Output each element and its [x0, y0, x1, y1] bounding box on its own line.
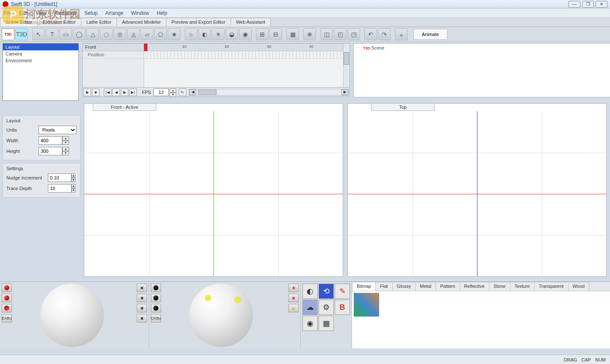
tool-ungroup[interactable]: ⊟ — [269, 28, 282, 40]
rotation-trackball[interactable] — [40, 284, 104, 347]
menu-setup[interactable]: Setup — [84, 10, 97, 16]
loop-button[interactable]: ↻ — [179, 88, 186, 96]
fps-down[interactable]: ▼ — [169, 93, 176, 97]
scroll-left[interactable]: ◀ — [189, 89, 196, 95]
tool-light-point[interactable]: ☼ — [185, 28, 197, 40]
maximize-button[interactable]: ❐ — [582, 1, 594, 8]
width-input[interactable] — [39, 136, 62, 145]
tool-cone[interactable]: △ — [86, 28, 99, 40]
rot-lock-z[interactable]: ✖ — [137, 314, 147, 323]
light-preset-1[interactable] — [151, 284, 161, 292]
viewport-front[interactable]: Front - Active — [84, 103, 343, 277]
tool-t3d[interactable]: T3D — [2, 28, 14, 40]
nudge-down[interactable]: ▼ — [72, 178, 75, 182]
menu-view[interactable]: View — [36, 10, 47, 16]
tool-plane[interactable]: ▱ — [141, 28, 153, 40]
tool-polyhedron[interactable]: ⬠ — [154, 28, 167, 40]
scene-root[interactable]: ⋯ T3D Scene — [357, 45, 608, 51]
prop-layout[interactable]: Layout — [3, 44, 78, 50]
prop-environment[interactable]: Environment — [3, 57, 78, 64]
mat-tab-pattern[interactable]: Pattern — [435, 282, 460, 291]
tab-scene-editor[interactable]: Scene Editor — [0, 18, 38, 27]
light-label-ck[interactable]: CKBu — [151, 314, 161, 323]
tool-box[interactable]: ▭ — [59, 28, 72, 40]
mat-chrome[interactable]: ◐ — [302, 284, 318, 299]
mat-swirl[interactable]: ⟲ — [319, 284, 334, 299]
tab-lathe-editor[interactable]: Lathe Editor — [81, 18, 117, 27]
tool-light-spot[interactable]: ◐ — [198, 28, 211, 40]
tool-group[interactable]: ⊞ — [256, 28, 269, 40]
timeline-hscroll[interactable]: ◀ ▶ — [189, 89, 349, 96]
scroll-right[interactable]: ▶ — [341, 89, 348, 95]
menu-arrange[interactable]: Arrange — [105, 10, 124, 16]
mat-tab-metal[interactable]: Metal — [415, 282, 436, 291]
minimize-button[interactable]: — — [568, 1, 580, 8]
trace-up[interactable]: ▲ — [72, 184, 75, 188]
tool-undo[interactable]: ↶ — [364, 28, 377, 40]
first-frame-button[interactable]: |◀ — [104, 88, 111, 96]
timeline-track-position[interactable]: Position — [83, 51, 144, 59]
play-button[interactable]: ▶ — [83, 88, 91, 96]
tool-cylinder[interactable]: ◌ — [100, 28, 113, 40]
light-handle-2[interactable] — [235, 297, 240, 302]
nudge-up[interactable]: ▲ — [72, 174, 75, 178]
light-trackball[interactable] — [189, 284, 253, 347]
mat-tab-flat[interactable]: Flat — [375, 282, 392, 291]
tool-star[interactable]: ★ — [168, 28, 180, 40]
mat-tab-transparent[interactable]: Transparent — [534, 282, 568, 291]
mat-tab-wood[interactable]: Wood — [568, 282, 590, 291]
light-preset-2[interactable] — [151, 294, 161, 302]
last-frame-button[interactable]: ▶| — [129, 88, 137, 96]
mat-ball[interactable]: ◉ — [302, 316, 318, 331]
scene-tree[interactable]: ⋯ T3D Scene — [353, 43, 610, 97]
tab-web-assistant[interactable]: Web Assistant — [230, 18, 271, 27]
nudge-input[interactable] — [48, 174, 72, 182]
height-input[interactable] — [39, 147, 62, 155]
timeline-frames[interactable] — [144, 51, 349, 59]
light-preset-3[interactable] — [151, 304, 161, 312]
tool-pyramid[interactable]: ◬ — [127, 28, 140, 40]
trace-down[interactable]: ▼ — [72, 188, 75, 193]
tool-zoom[interactable]: ⊕ — [303, 28, 316, 40]
tool-torus[interactable]: ◎ — [114, 28, 126, 40]
tab-preview-export[interactable]: Preview and Export Editor — [166, 18, 231, 27]
stop-button[interactable]: ■ — [92, 88, 100, 96]
timeline[interactable]: Front Position 10 20 30 40 — [82, 43, 350, 88]
rot-label-ea[interactable]: EABu — [2, 314, 12, 323]
menu-file[interactable]: File — [3, 10, 11, 16]
tool-redo[interactable]: ↷ — [378, 28, 391, 40]
menu-window[interactable]: Window — [131, 10, 149, 16]
mat-grid[interactable]: ▦ — [319, 316, 334, 331]
trace-input[interactable] — [48, 184, 72, 193]
rot-lock-y[interactable]: ✖ — [137, 304, 147, 312]
property-list[interactable]: Layout Camera Environment — [3, 43, 79, 101]
tool-text[interactable]: T — [46, 28, 58, 40]
tool-select[interactable]: ↖ — [32, 28, 45, 40]
rot-preset-1[interactable] — [2, 284, 12, 292]
height-down[interactable]: ▼ — [62, 151, 69, 155]
viewport-front-label[interactable]: Front - Active — [93, 103, 156, 111]
tool-wireframe[interactable]: ⟁ — [395, 28, 408, 40]
fps-input[interactable] — [153, 88, 169, 96]
light-remove[interactable]: ✖ — [288, 294, 299, 302]
animate-button[interactable]: Animate — [413, 29, 447, 40]
viewport-top-label[interactable]: Top — [371, 103, 435, 111]
menu-animation[interactable]: Animation — [54, 10, 77, 16]
mat-tab-glossy[interactable]: Glossy — [392, 282, 416, 291]
prop-camera[interactable]: Camera — [3, 50, 78, 57]
bitmap-swatch-earth[interactable] — [354, 293, 379, 317]
tab-extrusion-editor[interactable]: Extrusion Editor — [37, 18, 81, 27]
mat-pencil[interactable]: ✎ — [335, 284, 350, 299]
units-select[interactable]: Pixels — [39, 126, 77, 134]
mat-cloud[interactable]: ☁ — [302, 300, 318, 315]
tool-view-top[interactable]: ◰ — [334, 28, 347, 40]
tool-view-right[interactable]: ◳ — [347, 28, 360, 40]
mat-gear[interactable]: ⚙ — [319, 300, 334, 315]
fps-up[interactable]: ▲ — [169, 88, 176, 93]
tab-advanced-modeler[interactable]: Advanced Modeler — [116, 18, 166, 27]
close-button[interactable]: ✕ — [596, 1, 607, 8]
rot-preset-3[interactable] — [2, 304, 12, 312]
tool-camera[interactable]: ◉ — [239, 28, 252, 40]
scroll-thumb[interactable] — [198, 90, 216, 95]
prev-frame-button[interactable]: ◀ — [112, 88, 120, 96]
